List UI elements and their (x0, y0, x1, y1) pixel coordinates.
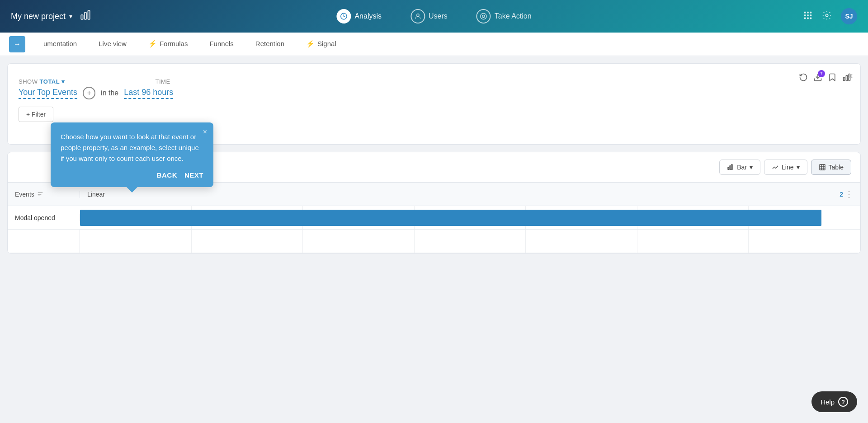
signal-lightning-icon: ⚡ (306, 40, 315, 48)
events-column-header: Events (8, 191, 80, 198)
panel-toolbar: 7 (799, 73, 851, 84)
tooltip-back-button[interactable]: BACK (157, 171, 177, 179)
svg-rect-21 (728, 167, 729, 169)
bar-cell (80, 206, 860, 229)
empty-grid-cell-6 (637, 230, 749, 253)
total-label[interactable]: TOTAL ▾ (40, 78, 65, 85)
nav-analysis[interactable]: Analysis (331, 5, 387, 27)
empty-table-row (8, 230, 860, 253)
formulas-lightning-icon: ⚡ (148, 40, 157, 48)
svg-rect-10 (804, 14, 806, 16)
show-label: SHOW TOTAL ▾ (19, 78, 65, 85)
svg-rect-18 (844, 77, 845, 81)
bar-view-button[interactable]: Bar ▾ (719, 160, 760, 175)
line-chevron-icon: ▾ (797, 164, 800, 171)
svg-point-16 (826, 14, 828, 17)
svg-rect-1 (85, 13, 86, 19)
svg-rect-13 (804, 17, 806, 19)
nav-users[interactable]: Users (405, 5, 453, 27)
settings-icon[interactable] (822, 10, 832, 23)
filter-label: + Filter (26, 111, 46, 118)
svg-point-6 (482, 15, 485, 17)
grid-icon[interactable] (803, 10, 813, 23)
svg-point-4 (416, 14, 419, 16)
svg-rect-19 (846, 75, 847, 81)
main-content: 7 × Choose how you want to look at that … (0, 56, 868, 261)
time-label: TIME (156, 78, 170, 85)
svg-rect-7 (804, 11, 806, 13)
nav-take-action-label: Take Action (495, 12, 532, 20)
sub-nav-formulas-label: Formulas (160, 40, 188, 47)
help-label: Help (821, 398, 835, 406)
svg-rect-2 (88, 10, 90, 19)
top-events-link[interactable]: Your Top Events (19, 88, 77, 99)
svg-rect-11 (807, 14, 809, 16)
sub-nav-signal[interactable]: ⚡ Signal (295, 33, 347, 55)
nav-take-action[interactable]: Take Action (471, 5, 537, 27)
empty-grid-cell-4 (415, 230, 526, 253)
chevron-down-icon: ▾ (69, 13, 72, 20)
empty-grid-cell-5 (526, 230, 637, 253)
bar-chevron-icon: ▾ (750, 164, 753, 171)
count-number: 2 (840, 191, 843, 198)
bookmark-icon[interactable] (828, 73, 837, 84)
tooltip-next-button[interactable]: NEXT (184, 171, 203, 179)
plus-icon: + (87, 89, 91, 97)
show-row: SHOW TOTAL ▾ TIME Your Top Events + in t… (19, 78, 849, 99)
help-button[interactable]: Help ? (811, 391, 857, 412)
tooltip-close-button[interactable]: × (203, 128, 207, 136)
sub-nav-funnels[interactable]: Funnels (198, 33, 244, 55)
avatar[interactable]: SJ (841, 8, 857, 24)
line-view-button[interactable]: Line ▾ (764, 160, 807, 175)
tooltip-text: Choose how you want to look at that even… (61, 132, 203, 164)
nav-right: SJ (803, 8, 857, 24)
in-the-label: in the (101, 89, 118, 97)
more-options-icon[interactable]: ⋮ (845, 189, 853, 199)
filter-button[interactable]: + Filter (19, 107, 53, 122)
top-navigation: My new project ▾ Analysis (0, 0, 868, 33)
upper-panel: 7 × Choose how you want to look at that … (7, 63, 861, 145)
bar-view-label: Bar (737, 164, 747, 171)
bar-grid (80, 206, 860, 229)
sub-nav-live-view[interactable]: Live view (88, 33, 137, 55)
bar-chart-icon (80, 9, 91, 24)
sub-nav-documentation-label: umentation (43, 40, 77, 47)
sub-navigation: → umentation Live view ⚡ Formulas Funnel… (0, 33, 868, 56)
empty-grid-cell-1 (80, 230, 192, 253)
add-event-button[interactable]: + (83, 87, 95, 99)
svg-rect-24 (820, 164, 825, 170)
empty-grid-cell-3 (303, 230, 415, 253)
analysis-icon (336, 9, 351, 24)
arrow-right-icon: → (14, 40, 21, 48)
empty-grid-cell-2 (192, 230, 303, 253)
svg-rect-9 (810, 11, 812, 13)
sub-nav-formulas[interactable]: ⚡ Formulas (137, 33, 199, 55)
sort-icon[interactable] (37, 191, 43, 197)
download-badge: 7 (818, 70, 825, 77)
sub-nav-documentation[interactable]: umentation (33, 33, 88, 55)
tooltip-arrow (127, 187, 137, 193)
nav-users-label: Users (429, 12, 448, 20)
empty-event-cell (8, 230, 80, 253)
table-view-label: Table (829, 164, 844, 171)
tooltip-actions: BACK NEXT (61, 171, 203, 179)
help-icon-text: ? (841, 399, 845, 405)
take-action-icon (476, 9, 491, 24)
nav-center: Analysis Users Take Action (331, 5, 537, 27)
event-cell: Modal opened (8, 214, 80, 221)
table-view-button[interactable]: Table (811, 160, 851, 175)
svg-rect-15 (810, 17, 812, 19)
project-selector[interactable]: My new project ▾ (11, 12, 72, 21)
download-icon[interactable]: 7 (813, 73, 822, 84)
svg-rect-12 (810, 14, 812, 16)
refresh-icon[interactable] (799, 73, 808, 84)
time-value-link[interactable]: Last 96 hours (124, 88, 173, 99)
svg-rect-8 (807, 11, 809, 13)
linear-column-header: Linear 2 ⋮ (80, 189, 860, 199)
sub-nav-retention[interactable]: Retention (245, 33, 295, 55)
events-col-label: Events (15, 191, 34, 198)
collapse-button[interactable]: → (9, 36, 25, 52)
svg-rect-22 (730, 166, 731, 170)
project-name: My new project (11, 12, 66, 21)
panel-close-button[interactable]: × (848, 71, 853, 81)
